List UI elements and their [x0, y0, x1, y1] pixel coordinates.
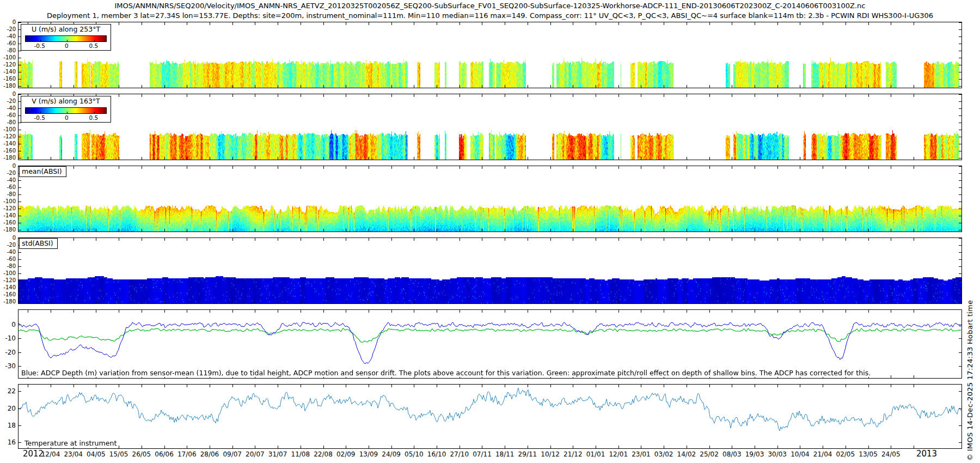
x-date-label: 09/07 [223, 450, 242, 458]
x-date-label: 10/12 [541, 450, 560, 458]
colorbar-tick-label: 0.5 [89, 114, 98, 121]
x-date-label: 25/02 [700, 450, 719, 458]
colorbar-tick-label: -0.5 [34, 42, 45, 49]
y-tick-label: -120 [3, 206, 16, 211]
y-axis-label-column: 0-20-40-60-80-100-120-140-160-180 [0, 94, 17, 159]
x-date-label: 28/06 [200, 450, 219, 458]
x-date-label: 14/02 [677, 450, 696, 458]
x-date-label: 19/03 [745, 450, 764, 458]
x-date-label: 20/07 [246, 450, 265, 458]
y-tick-label: 18 [8, 423, 16, 428]
v-velocity-heatmap-canvas [19, 94, 961, 160]
x-date-label: 26/05 [132, 450, 151, 458]
y-tick-label: -60 [7, 257, 16, 262]
y-tick-label: -10 [5, 336, 16, 341]
std-absi-label: std(ABSI) [19, 238, 58, 249]
y-tick-label: 22 [8, 388, 16, 394]
y-tick-label: -40 [7, 34, 16, 39]
x-date-label: 02/05 [836, 450, 855, 458]
y-tick-label: -160 [3, 76, 16, 82]
y-tick-label: 20 [8, 406, 16, 411]
u-colorbar-legend: U (m/s) along 253°T -0.5 0 0.5 [21, 24, 111, 51]
y-tick-label: -20 [5, 350, 16, 355]
y-axis-label-column: 0-20-40-60-80-100-120-140-160-180 [0, 237, 17, 303]
x-date-label: 23/01 [632, 450, 651, 458]
year-label-start: 2012 [23, 449, 44, 459]
x-date-label: 10/04 [791, 450, 810, 458]
x-date-label: 15/05 [109, 450, 128, 458]
colorbar-tick-label: 0.5 [89, 42, 98, 49]
y-tick-label: -60 [7, 113, 16, 118]
y-tick-label: -100 [3, 199, 16, 204]
y-tick-label: -30 [5, 363, 16, 369]
x-date-label: 12/04 [41, 450, 60, 458]
panel-u-velocity: U (m/s) along 253°T -0.5 0 0.5 [18, 22, 962, 88]
y-tick-label: -40 [7, 249, 16, 255]
colorbar-tick-label: -0.5 [34, 114, 45, 121]
panel-mean-absi: mean(ABSI) [18, 166, 962, 232]
x-axis-date-labels: 12/0423/0404/0515/0526/0506/0617/0628/06… [0, 450, 980, 460]
y-tick-label: -180 [3, 227, 16, 233]
temperature-label: Temperature at instrument [24, 439, 117, 447]
y-tick-label: -160 [3, 148, 16, 154]
y-tick-label: 0 [13, 92, 16, 97]
y-axis-label-column: 22201816 [0, 384, 17, 448]
u-colorbar-tick-labels: -0.5 0 0.5 [25, 42, 106, 49]
panel-adcp-depth-variation: Blue: ADCP Depth (m) variation from sens… [18, 309, 962, 379]
panel-v-velocity: V (m/s) along 163°T -0.5 0 0.5 [18, 94, 962, 160]
y-tick-label: -180 [3, 83, 16, 89]
y-tick-label: -100 [3, 271, 16, 276]
x-date-label: 16/10 [427, 450, 446, 458]
y-tick-label: -40 [7, 178, 16, 183]
x-date-label: 01/01 [586, 450, 605, 458]
x-date-label: 13/09 [359, 450, 378, 458]
x-date-label: 17/06 [177, 450, 197, 458]
x-date-label: 21/04 [813, 450, 832, 458]
y-tick-label: -80 [7, 120, 16, 125]
colorbar-tick-label: 0 [65, 42, 69, 49]
y-tick-label: -120 [3, 278, 16, 283]
x-date-label: 23/04 [64, 450, 83, 458]
y-tick-label: -160 [3, 220, 16, 226]
y-tick-label: -20 [7, 27, 16, 32]
x-date-label: 02/09 [336, 450, 356, 458]
temperature-line-canvas [19, 385, 961, 448]
panel-std-absi: std(ABSI) [18, 237, 962, 304]
adcp-depth-lines-canvas [19, 310, 961, 378]
x-date-label: 03/02 [654, 450, 673, 458]
y-tick-label: -20 [7, 242, 16, 248]
mean-absi-label: mean(ABSI) [19, 166, 66, 177]
y-tick-label: -20 [7, 99, 16, 104]
y-tick-label: 0 [13, 20, 16, 25]
y-tick-label: -140 [3, 285, 16, 290]
y-tick-label: -140 [3, 141, 16, 147]
mean-absi-heatmap-canvas [19, 166, 961, 232]
year-label-end: 2013 [916, 449, 937, 459]
y-tick-label: -140 [3, 213, 16, 218]
y-axis-label-column: 0-20-40-60-80-100-120-140-160-180 [0, 22, 17, 87]
adcp-depth-caption: Blue: ADCP Depth (m) variation from sens… [21, 369, 871, 377]
y-tick-label: 0 [13, 163, 16, 169]
y-tick-label: -100 [3, 55, 16, 60]
y-tick-label: -80 [7, 192, 16, 197]
v-legend-title: V (m/s) along 163°T [21, 97, 111, 105]
y-tick-label: -60 [7, 185, 16, 190]
x-date-label: 18/11 [495, 450, 514, 458]
copyright-watermark: © IMOS 14-Dec-2025 17:24:33 Hobart time [966, 300, 974, 461]
x-date-label: 04/05 [87, 450, 106, 458]
y-tick-label: -160 [3, 292, 16, 297]
v-colorbar-legend: V (m/s) along 163°T -0.5 0 0.5 [21, 96, 111, 123]
u-legend-title: U (m/s) along 253°T [21, 25, 111, 33]
y-tick-label: 16 [8, 440, 16, 445]
v-colorbar-tick-labels: -0.5 0 0.5 [25, 114, 106, 121]
y-tick-label: 0 [13, 235, 16, 241]
y-tick-label: 0 [11, 322, 16, 327]
figure-subtitle-line2: Deployment 1, member 3 lat=27.34S lon=15… [0, 11, 980, 20]
x-date-label: 07/11 [473, 450, 492, 458]
y-tick-label: -180 [3, 299, 16, 304]
y-axis-label-column: 0-10-20-30 [0, 309, 17, 377]
x-date-label: 05/10 [405, 450, 424, 458]
colorbar-tick-label: 0 [65, 114, 69, 121]
x-date-label: 12/01 [609, 450, 628, 458]
x-date-label: 24/05 [881, 450, 901, 458]
